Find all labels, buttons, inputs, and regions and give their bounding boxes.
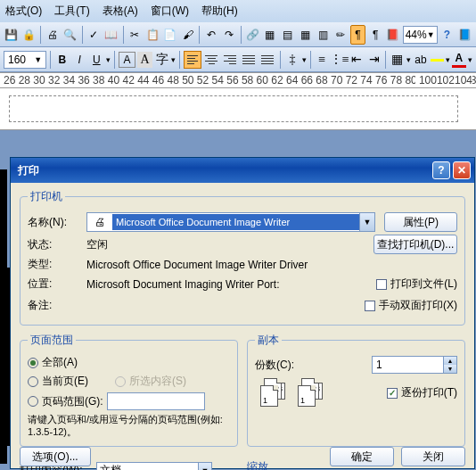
collate-checkbox[interactable]: ✓逐份打印(T) bbox=[387, 385, 457, 400]
research-icon[interactable]: 📖 bbox=[103, 25, 119, 45]
char-border-button[interactable]: A bbox=[119, 52, 135, 68]
copy-icon[interactable]: 📋 bbox=[144, 25, 160, 45]
options-button[interactable]: 选项(O)... bbox=[20, 447, 91, 466]
range-current-radio[interactable]: 当前页(E) bbox=[28, 374, 88, 389]
italic-button[interactable]: I bbox=[71, 52, 86, 68]
printer-group: 打印机 名称(N): 🖨 Microsoft Office Document I… bbox=[20, 189, 465, 326]
status-label: 状态: bbox=[28, 237, 81, 252]
columns-icon[interactable]: ▥ bbox=[315, 25, 331, 45]
undo-icon[interactable]: ↶ bbox=[203, 25, 219, 45]
align-right-button[interactable] bbox=[221, 51, 239, 69]
dialog-close-button[interactable]: ✕ bbox=[453, 161, 471, 179]
redo-icon[interactable]: ↷ bbox=[221, 25, 237, 45]
range-note: 请键入页码和/或用逗号分隔的页码范围(例如: 1.3.5-12)。 bbox=[28, 413, 230, 439]
print-dialog: 打印 ? ✕ 打印机 名称(N): 🖨 Microsoft Office Doc… bbox=[10, 157, 475, 469]
font-size-selector[interactable]: 160▼ bbox=[4, 51, 46, 69]
drawing-icon[interactable]: ✏ bbox=[332, 25, 349, 45]
outdent-button[interactable]: ⇤ bbox=[349, 52, 365, 68]
borders-button[interactable]: ▦ bbox=[390, 52, 405, 68]
help-icon[interactable]: ? bbox=[439, 25, 455, 45]
paste-icon[interactable]: 📄 bbox=[162, 25, 178, 45]
cancel-button[interactable]: 关闭 bbox=[401, 447, 465, 466]
where-label: 位置: bbox=[28, 276, 81, 292]
comment-label: 备注: bbox=[28, 298, 81, 313]
type-label: 类型: bbox=[28, 257, 81, 272]
underline-button[interactable]: U bbox=[89, 52, 104, 68]
range-selection-radio: 所选内容(S) bbox=[115, 374, 186, 389]
permission-icon[interactable]: 🔒 bbox=[21, 25, 37, 45]
char-scale-button[interactable]: 字 bbox=[154, 52, 169, 68]
format-painter-icon[interactable]: 🖌 bbox=[180, 25, 196, 45]
bullets-button[interactable]: ⋮≡ bbox=[332, 52, 348, 68]
properties-button[interactable]: 属性(P) bbox=[384, 212, 457, 232]
menu-table[interactable]: 表格(A) bbox=[103, 4, 138, 19]
range-pages-radio[interactable]: 页码范围(G): bbox=[28, 392, 230, 410]
highlight-button[interactable]: ab bbox=[413, 52, 428, 68]
copies-legend: 副本 bbox=[255, 333, 282, 348]
print-icon[interactable]: 🖨 bbox=[45, 25, 61, 45]
read-icon[interactable]: 📘 bbox=[456, 25, 472, 45]
char-shading-button[interactable]: A bbox=[137, 52, 152, 68]
copies-label: 份数(C): bbox=[255, 358, 294, 373]
manual-duplex-checkbox[interactable]: 手动双面打印(X) bbox=[365, 298, 457, 313]
collate-icon-1: 3 2 1 bbox=[260, 378, 287, 408]
document-area[interactable] bbox=[0, 88, 476, 130]
align-center-button[interactable] bbox=[202, 51, 220, 69]
printer-name-label: 名称(N): bbox=[28, 215, 81, 230]
align-distributed-button[interactable] bbox=[259, 51, 276, 69]
menu-help[interactable]: 帮助(H) bbox=[201, 4, 238, 19]
copies-spinner[interactable]: 1▲▼ bbox=[372, 356, 457, 374]
page-range-input[interactable] bbox=[107, 392, 205, 410]
excel-icon[interactable]: ▦ bbox=[297, 25, 313, 45]
tables-borders-icon[interactable]: ▦ bbox=[262, 25, 278, 45]
range-all-radio[interactable]: 全部(A) bbox=[28, 355, 230, 370]
dialog-titlebar[interactable]: 打印 ? ✕ bbox=[11, 158, 474, 183]
printer-icon: 🖨 bbox=[94, 216, 105, 228]
copies-group: 副本 份数(C): 1▲▼ 3 2 1 3 bbox=[247, 333, 465, 447]
ok-button[interactable]: 确定 bbox=[330, 447, 394, 466]
find-printer-button[interactable]: 查找打印机(D)... bbox=[373, 235, 457, 254]
menu-bar: 格式(O) 工具(T) 表格(A) 窗口(W) 帮助(H) bbox=[0, 0, 476, 22]
align-justify-button[interactable] bbox=[240, 51, 258, 69]
spelling-icon[interactable]: ✓ bbox=[86, 25, 102, 45]
align-left-button[interactable] bbox=[184, 51, 201, 69]
dialog-help-button[interactable]: ? bbox=[432, 161, 450, 179]
zoom-selector[interactable]: 44%▼ bbox=[403, 26, 438, 44]
insert-table-icon[interactable]: ▤ bbox=[280, 25, 296, 45]
range-legend: 页面范围 bbox=[28, 333, 76, 348]
doc-map-icon[interactable]: ¶ bbox=[350, 25, 366, 45]
printer-legend: 打印机 bbox=[28, 189, 65, 204]
printer-name-dropdown[interactable]: 🖨 Microsoft Office Document Image Writer… bbox=[86, 212, 375, 232]
where-value: Microsoft Document Imaging Writer Port: bbox=[86, 278, 371, 291]
line-spacing-button[interactable]: ‡ bbox=[284, 52, 300, 68]
preview-icon[interactable]: 🔍 bbox=[62, 25, 78, 45]
font-color-button[interactable]: A bbox=[452, 52, 466, 68]
save-icon[interactable]: 💾 bbox=[4, 25, 20, 45]
cut-icon[interactable]: ✂ bbox=[127, 25, 144, 45]
reading-icon[interactable]: 📕 bbox=[385, 25, 401, 45]
menu-window[interactable]: 窗口(W) bbox=[151, 4, 189, 19]
menu-tools[interactable]: 工具(T) bbox=[54, 4, 89, 19]
collate-icon-2: 3 2 1 bbox=[298, 378, 324, 408]
horizontal-ruler[interactable]: 26 28 30 32 34 36 38 40 42 44 46 48 50 5… bbox=[0, 72, 476, 88]
type-value: Microsoft Office Document Image Writer D… bbox=[86, 259, 457, 271]
bold-button[interactable]: B bbox=[54, 52, 70, 68]
formatting-toolbar: 160▼ B I U ▾ A A 字 ▾ ‡▾ ≡ ⋮≡ ⇤ ⇥ ▦▾ ab▾ … bbox=[0, 47, 476, 72]
hyperlink-icon[interactable]: 🔗 bbox=[244, 25, 260, 45]
numbering-button[interactable]: ≡ bbox=[315, 52, 330, 68]
standard-toolbar: 💾 🔒 🖨 🔍 ✓ 📖 ✂ 📋 📄 🖌 ↶ ↷ 🔗 ▦ ▤ ▦ ▥ ✏ ¶ ¶ … bbox=[0, 22, 476, 47]
indent-button[interactable]: ⇥ bbox=[366, 52, 382, 68]
status-value: 空闲 bbox=[86, 237, 368, 252]
menu-format[interactable]: 格式(O) bbox=[5, 4, 42, 19]
print-to-file-checkbox[interactable]: 打印到文件(L) bbox=[376, 276, 457, 292]
show-marks-icon[interactable]: ¶ bbox=[367, 25, 383, 45]
page-range-group: 页面范围 全部(A) 当前页(E) 所选内容(S) 页码范围(G): 请键入页码… bbox=[20, 333, 238, 447]
